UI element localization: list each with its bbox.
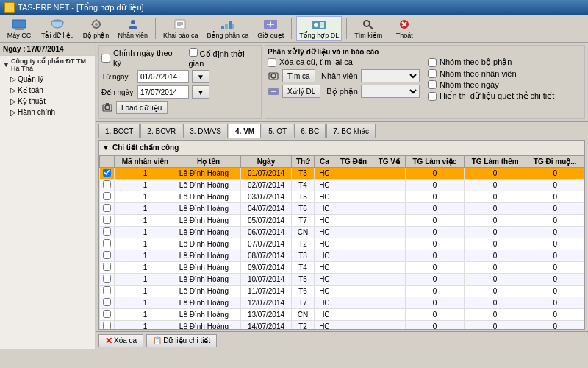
table-row[interactable]: 1 Lê Đình Hoàng 14/07/2014 T2 HC 0 0 0 — [100, 321, 584, 330]
bo-phan-select[interactable] — [361, 85, 420, 98]
table-row[interactable]: 1 Lê Đình Hoàng 13/07/2014 CN HC 0 0 0 — [100, 309, 584, 321]
hien-thi-check[interactable] — [428, 92, 437, 101]
detail-data-button[interactable]: 📋 Dữ liệu chi tiết — [146, 334, 217, 347]
svg-rect-2 — [15, 29, 24, 30]
tai-du-lieu-label: Tải dữ liệu — [41, 32, 74, 39]
tab-dmvs[interactable]: 3. DM/VS — [183, 124, 228, 138]
table-row[interactable]: 1 Lê Đình Hoàng 12/07/2014 T7 HC 0 0 0 — [100, 297, 584, 309]
table-row[interactable]: 1 Lê Đình Hoàng 02/07/2014 T4 HC 0 0 0 — [100, 180, 584, 191]
tim-kiem-label: Tìm kiếm — [354, 32, 382, 39]
tu-ngay-picker[interactable]: ▼ — [192, 70, 209, 83]
load-du-lieu-button[interactable]: Load dữ liệu — [116, 101, 168, 114]
cell-cb[interactable] — [100, 215, 115, 227]
cell-tg-lam-them: 0 — [464, 250, 526, 262]
cell-cb[interactable] — [100, 309, 115, 321]
co-dinh-check[interactable] — [189, 48, 198, 57]
tai-du-lieu-button[interactable]: Tải dữ liệu — [38, 16, 77, 41]
cell-ma: 1 — [115, 180, 176, 191]
cell-ten: Lê Đình Hoàng — [176, 286, 240, 297]
cell-thu: T5 — [291, 274, 315, 286]
table-row[interactable]: 1 Lê Đình Hoàng 10/07/2014 T5 HC 0 0 0 — [100, 274, 584, 286]
cell-tg-den — [334, 321, 373, 330]
tree-item-icon: ▷ — [10, 97, 16, 105]
xu-ly-dl-button[interactable]: Xử lý DL — [282, 85, 320, 98]
tab-bcct[interactable]: 1. BCCT — [98, 124, 140, 138]
svg-point-29 — [105, 105, 110, 110]
nhom-bo-phan-check[interactable] — [428, 58, 437, 67]
nhom-ngay-check[interactable] — [428, 80, 437, 89]
delete-ca-button[interactable]: ✕ Xóa ca — [98, 334, 143, 347]
table-row[interactable]: 1 Lê Đình Hoàng 06/07/2014 CN HC 0 0 0 — [100, 227, 584, 238]
col-ho-ten: Họ tên — [176, 156, 240, 168]
cell-ma: 1 — [115, 321, 176, 330]
nhan-vien-button[interactable]: Nhân viên — [115, 16, 151, 41]
col-thu: Thứ — [291, 156, 315, 168]
tu-ngay-input[interactable] — [137, 70, 189, 83]
phan-xu-ly-title: Phân xử lý dữ liệu và in báo cáo — [268, 48, 582, 56]
cell-tg-den — [334, 286, 373, 297]
table-row[interactable]: 1 Lê Đình Hoàng 08/07/2014 T3 HC 0 0 0 — [100, 250, 584, 262]
tong-hop-dl-button[interactable]: Tổng hợp DL — [296, 16, 342, 41]
cell-cb[interactable] — [100, 321, 115, 330]
xoa-ca-label: Xóa ca cũ, tìm lại ca — [279, 57, 353, 67]
data-table: Mã nhân viên Họ tên Ngày Thứ Ca TG Đến T… — [99, 155, 584, 330]
tab-vm[interactable]: 4. VM — [229, 124, 261, 138]
sidebar-date: Ngày : 17/07/2014 — [0, 43, 95, 56]
cell-cb[interactable] — [100, 227, 115, 238]
den-ngay-input[interactable] — [137, 85, 189, 99]
table-row[interactable]: 1 Lê Đình Hoàng 04/07/2014 T6 HC 0 0 0 — [100, 203, 584, 215]
tab-bc-khac[interactable]: 7. BC khác — [326, 124, 376, 138]
may-cc-button[interactable]: Máy CC — [3, 16, 35, 41]
svg-rect-0 — [12, 20, 26, 28]
svg-rect-17 — [229, 21, 232, 29]
tree-ky-thuat[interactable]: ▷ Kỹ thuật — [0, 96, 95, 107]
cell-ngay: 14/07/2014 — [241, 321, 291, 330]
table-row[interactable]: 1 Lê Đình Hoàng 09/07/2014 T4 HC 0 0 0 — [100, 262, 584, 274]
nhan-vien-select[interactable] — [361, 69, 420, 82]
tim-kiem-button[interactable]: Tìm kiếm — [351, 16, 385, 41]
tab-bc[interactable]: 6. BC — [294, 124, 326, 138]
cell-cb[interactable] — [100, 286, 115, 297]
cell-tg-di-muon: 0 — [526, 215, 584, 227]
den-ngay-picker[interactable]: ▼ — [192, 85, 209, 99]
gio-quet-label: Giờ quẹt — [257, 32, 284, 39]
cell-cb[interactable] — [100, 191, 115, 203]
cell-cb[interactable] — [100, 168, 115, 180]
tab-bcvr[interactable]: 2. BCVR — [140, 124, 182, 138]
table-row[interactable]: 1 Lê Đình Hoàng 05/07/2014 T7 HC 0 0 0 — [100, 215, 584, 227]
table-row[interactable]: 1 Lê Đình Hoàng 11/07/2014 T6 HC 0 0 0 — [100, 286, 584, 297]
cell-cb[interactable] — [100, 262, 115, 274]
nhom-nhan-vien-check[interactable] — [428, 69, 437, 78]
table-row[interactable]: 1 Lê Đình Hoàng 01/07/2014 T3 HC 0 0 0 — [100, 168, 584, 180]
cell-cb[interactable] — [100, 238, 115, 250]
hanh-chinh-label: Hành chính — [18, 108, 55, 116]
thoat-button[interactable]: Thoát — [388, 16, 420, 41]
tim-ca-button[interactable]: Tìm ca — [282, 69, 315, 82]
tree-hanh-chinh[interactable]: ▷ Hành chính — [0, 107, 95, 118]
tree-company[interactable]: ▼ Công ty cổ phần ĐT TM Hà Thà — [0, 56, 95, 74]
cell-thu: T6 — [291, 203, 315, 215]
xoa-ca-check[interactable] — [268, 58, 276, 67]
gio-quet-button[interactable]: Giờ quẹt — [254, 16, 287, 41]
khai-bao-ca-button[interactable]: Khai báo ca — [160, 16, 201, 41]
table-row[interactable]: 1 Lê Đình Hoàng 07/07/2014 T2 HC 0 0 0 — [100, 238, 584, 250]
cell-cb[interactable] — [100, 203, 115, 215]
tree-ke-toan[interactable]: ▷ Kế toán — [0, 85, 95, 96]
chinh-ngay-check[interactable] — [101, 54, 110, 63]
bang-phan-ca-button[interactable]: Bảng phân ca — [204, 16, 252, 41]
tab-ot[interactable]: 5. OT — [262, 124, 293, 138]
cell-ngay: 04/07/2014 — [241, 203, 291, 215]
tree-quan-ly[interactable]: ▷ Quản lý — [0, 74, 95, 85]
cell-ngay: 11/07/2014 — [241, 286, 291, 297]
svg-point-5 — [95, 23, 98, 26]
cell-cb[interactable] — [100, 250, 115, 262]
cell-tg-lam-them: 0 — [464, 286, 526, 297]
cell-cb[interactable] — [100, 274, 115, 286]
cell-cb[interactable] — [100, 180, 115, 191]
date-value: 17/07/2014 — [27, 45, 64, 53]
cell-cb[interactable] — [100, 297, 115, 309]
table-row[interactable]: 1 Lê Đình Hoàng 03/07/2014 T5 HC 0 0 0 — [100, 191, 584, 203]
tree-item-icon: ▷ — [10, 75, 16, 83]
cell-tg-di-muon: 0 — [526, 274, 584, 286]
bo-phan-button[interactable]: Bộ phận — [80, 16, 112, 41]
